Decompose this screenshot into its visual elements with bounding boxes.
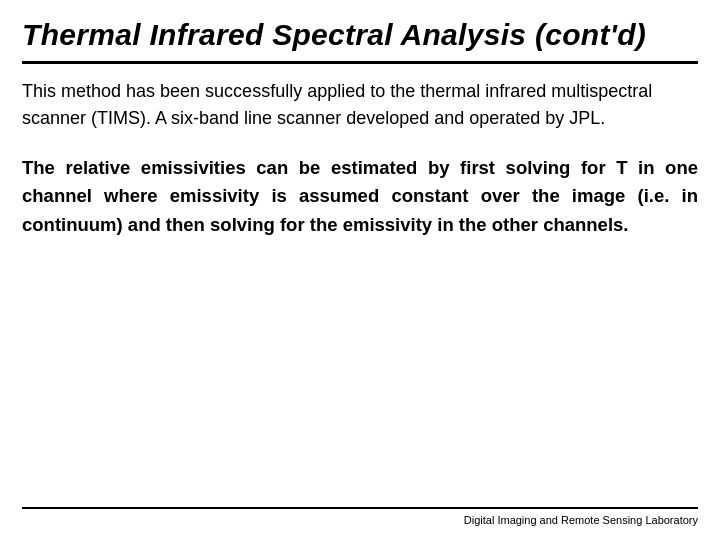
slide-title: Thermal Infrared Spectral Analysis (cont…	[22, 18, 698, 53]
paragraph-1: This method has been successfully applie…	[22, 78, 698, 132]
paragraph-2: The relative emissivities can be estimat…	[22, 154, 698, 240]
bottom-divider	[22, 507, 698, 509]
content-area: This method has been successfully applie…	[22, 78, 698, 527]
bottom-spacer	[22, 240, 698, 507]
slide-container: Thermal Infrared Spectral Analysis (cont…	[0, 0, 720, 540]
paragraph-spacer	[22, 132, 698, 154]
top-divider	[22, 61, 698, 64]
footer-area: Digital Imaging and Remote Sensing Labor…	[22, 507, 698, 526]
footer-label: Digital Imaging and Remote Sensing Labor…	[22, 514, 698, 526]
title-area: Thermal Infrared Spectral Analysis (cont…	[22, 18, 698, 53]
